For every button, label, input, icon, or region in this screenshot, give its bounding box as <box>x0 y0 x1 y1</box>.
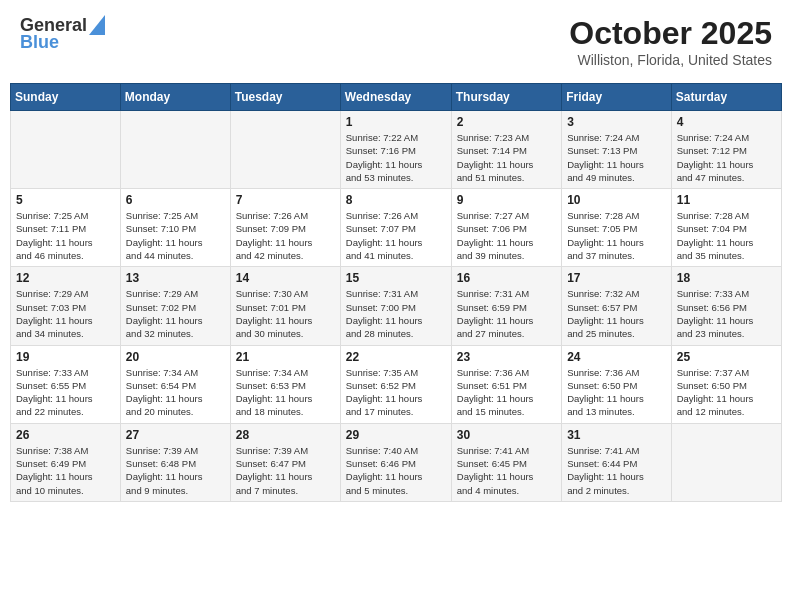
day-number: 16 <box>457 271 556 285</box>
day-info: Sunrise: 7:33 AM Sunset: 6:56 PM Dayligh… <box>677 287 776 340</box>
day-info: Sunrise: 7:22 AM Sunset: 7:16 PM Dayligh… <box>346 131 446 184</box>
day-number: 28 <box>236 428 335 442</box>
calendar-cell: 15Sunrise: 7:31 AM Sunset: 7:00 PM Dayli… <box>340 267 451 345</box>
title-area: October 2025 Williston, Florida, United … <box>569 15 772 68</box>
calendar-cell: 28Sunrise: 7:39 AM Sunset: 6:47 PM Dayli… <box>230 423 340 501</box>
calendar-cell: 26Sunrise: 7:38 AM Sunset: 6:49 PM Dayli… <box>11 423 121 501</box>
day-info: Sunrise: 7:35 AM Sunset: 6:52 PM Dayligh… <box>346 366 446 419</box>
day-info: Sunrise: 7:36 AM Sunset: 6:51 PM Dayligh… <box>457 366 556 419</box>
weekday-header-monday: Monday <box>120 84 230 111</box>
day-number: 20 <box>126 350 225 364</box>
calendar-cell: 5Sunrise: 7:25 AM Sunset: 7:11 PM Daylig… <box>11 189 121 267</box>
day-info: Sunrise: 7:28 AM Sunset: 7:04 PM Dayligh… <box>677 209 776 262</box>
calendar-cell <box>671 423 781 501</box>
day-info: Sunrise: 7:41 AM Sunset: 6:45 PM Dayligh… <box>457 444 556 497</box>
calendar-cell: 10Sunrise: 7:28 AM Sunset: 7:05 PM Dayli… <box>562 189 672 267</box>
calendar-cell: 19Sunrise: 7:33 AM Sunset: 6:55 PM Dayli… <box>11 345 121 423</box>
calendar-cell: 7Sunrise: 7:26 AM Sunset: 7:09 PM Daylig… <box>230 189 340 267</box>
day-number: 13 <box>126 271 225 285</box>
weekday-header-friday: Friday <box>562 84 672 111</box>
day-info: Sunrise: 7:24 AM Sunset: 7:12 PM Dayligh… <box>677 131 776 184</box>
calendar-cell: 21Sunrise: 7:34 AM Sunset: 6:53 PM Dayli… <box>230 345 340 423</box>
calendar-cell <box>120 111 230 189</box>
day-number: 9 <box>457 193 556 207</box>
day-info: Sunrise: 7:26 AM Sunset: 7:09 PM Dayligh… <box>236 209 335 262</box>
day-info: Sunrise: 7:39 AM Sunset: 6:47 PM Dayligh… <box>236 444 335 497</box>
day-number: 6 <box>126 193 225 207</box>
day-number: 7 <box>236 193 335 207</box>
day-info: Sunrise: 7:31 AM Sunset: 6:59 PM Dayligh… <box>457 287 556 340</box>
day-number: 10 <box>567 193 666 207</box>
calendar-cell: 17Sunrise: 7:32 AM Sunset: 6:57 PM Dayli… <box>562 267 672 345</box>
day-number: 8 <box>346 193 446 207</box>
day-info: Sunrise: 7:26 AM Sunset: 7:07 PM Dayligh… <box>346 209 446 262</box>
location-text: Williston, Florida, United States <box>569 52 772 68</box>
day-info: Sunrise: 7:28 AM Sunset: 7:05 PM Dayligh… <box>567 209 666 262</box>
calendar-cell: 16Sunrise: 7:31 AM Sunset: 6:59 PM Dayli… <box>451 267 561 345</box>
day-info: Sunrise: 7:24 AM Sunset: 7:13 PM Dayligh… <box>567 131 666 184</box>
calendar-week-row: 26Sunrise: 7:38 AM Sunset: 6:49 PM Dayli… <box>11 423 782 501</box>
calendar-week-row: 19Sunrise: 7:33 AM Sunset: 6:55 PM Dayli… <box>11 345 782 423</box>
logo: General Blue <box>20 15 105 53</box>
day-number: 30 <box>457 428 556 442</box>
calendar-cell: 2Sunrise: 7:23 AM Sunset: 7:14 PM Daylig… <box>451 111 561 189</box>
day-info: Sunrise: 7:40 AM Sunset: 6:46 PM Dayligh… <box>346 444 446 497</box>
day-info: Sunrise: 7:33 AM Sunset: 6:55 PM Dayligh… <box>16 366 115 419</box>
day-number: 18 <box>677 271 776 285</box>
calendar-cell: 22Sunrise: 7:35 AM Sunset: 6:52 PM Dayli… <box>340 345 451 423</box>
day-number: 1 <box>346 115 446 129</box>
day-info: Sunrise: 7:39 AM Sunset: 6:48 PM Dayligh… <box>126 444 225 497</box>
calendar-cell: 11Sunrise: 7:28 AM Sunset: 7:04 PM Dayli… <box>671 189 781 267</box>
calendar-cell: 18Sunrise: 7:33 AM Sunset: 6:56 PM Dayli… <box>671 267 781 345</box>
day-number: 19 <box>16 350 115 364</box>
day-number: 24 <box>567 350 666 364</box>
calendar-cell <box>11 111 121 189</box>
calendar-cell: 9Sunrise: 7:27 AM Sunset: 7:06 PM Daylig… <box>451 189 561 267</box>
weekday-header-sunday: Sunday <box>11 84 121 111</box>
weekday-header-row: SundayMondayTuesdayWednesdayThursdayFrid… <box>11 84 782 111</box>
day-number: 14 <box>236 271 335 285</box>
calendar-cell: 25Sunrise: 7:37 AM Sunset: 6:50 PM Dayli… <box>671 345 781 423</box>
day-number: 25 <box>677 350 776 364</box>
day-info: Sunrise: 7:34 AM Sunset: 6:53 PM Dayligh… <box>236 366 335 419</box>
calendar-cell: 1Sunrise: 7:22 AM Sunset: 7:16 PM Daylig… <box>340 111 451 189</box>
logo-triangle-icon <box>89 15 105 35</box>
weekday-header-tuesday: Tuesday <box>230 84 340 111</box>
calendar-cell: 31Sunrise: 7:41 AM Sunset: 6:44 PM Dayli… <box>562 423 672 501</box>
day-number: 29 <box>346 428 446 442</box>
calendar-cell: 13Sunrise: 7:29 AM Sunset: 7:02 PM Dayli… <box>120 267 230 345</box>
calendar-cell: 27Sunrise: 7:39 AM Sunset: 6:48 PM Dayli… <box>120 423 230 501</box>
day-number: 3 <box>567 115 666 129</box>
day-number: 22 <box>346 350 446 364</box>
day-info: Sunrise: 7:36 AM Sunset: 6:50 PM Dayligh… <box>567 366 666 419</box>
day-info: Sunrise: 7:38 AM Sunset: 6:49 PM Dayligh… <box>16 444 115 497</box>
calendar-cell: 3Sunrise: 7:24 AM Sunset: 7:13 PM Daylig… <box>562 111 672 189</box>
day-number: 5 <box>16 193 115 207</box>
day-number: 17 <box>567 271 666 285</box>
day-info: Sunrise: 7:32 AM Sunset: 6:57 PM Dayligh… <box>567 287 666 340</box>
calendar-cell: 23Sunrise: 7:36 AM Sunset: 6:51 PM Dayli… <box>451 345 561 423</box>
weekday-header-saturday: Saturday <box>671 84 781 111</box>
calendar-cell: 8Sunrise: 7:26 AM Sunset: 7:07 PM Daylig… <box>340 189 451 267</box>
page-header: General Blue October 2025 Williston, Flo… <box>10 10 782 73</box>
calendar-week-row: 5Sunrise: 7:25 AM Sunset: 7:11 PM Daylig… <box>11 189 782 267</box>
day-info: Sunrise: 7:23 AM Sunset: 7:14 PM Dayligh… <box>457 131 556 184</box>
calendar-cell: 24Sunrise: 7:36 AM Sunset: 6:50 PM Dayli… <box>562 345 672 423</box>
calendar-table: SundayMondayTuesdayWednesdayThursdayFrid… <box>10 83 782 502</box>
day-info: Sunrise: 7:37 AM Sunset: 6:50 PM Dayligh… <box>677 366 776 419</box>
calendar-cell: 12Sunrise: 7:29 AM Sunset: 7:03 PM Dayli… <box>11 267 121 345</box>
weekday-header-wednesday: Wednesday <box>340 84 451 111</box>
day-info: Sunrise: 7:25 AM Sunset: 7:10 PM Dayligh… <box>126 209 225 262</box>
day-number: 31 <box>567 428 666 442</box>
day-number: 27 <box>126 428 225 442</box>
calendar-cell: 6Sunrise: 7:25 AM Sunset: 7:10 PM Daylig… <box>120 189 230 267</box>
calendar-cell: 29Sunrise: 7:40 AM Sunset: 6:46 PM Dayli… <box>340 423 451 501</box>
day-info: Sunrise: 7:29 AM Sunset: 7:02 PM Dayligh… <box>126 287 225 340</box>
calendar-cell: 4Sunrise: 7:24 AM Sunset: 7:12 PM Daylig… <box>671 111 781 189</box>
day-info: Sunrise: 7:30 AM Sunset: 7:01 PM Dayligh… <box>236 287 335 340</box>
day-info: Sunrise: 7:41 AM Sunset: 6:44 PM Dayligh… <box>567 444 666 497</box>
day-number: 11 <box>677 193 776 207</box>
day-number: 21 <box>236 350 335 364</box>
day-number: 23 <box>457 350 556 364</box>
calendar-week-row: 1Sunrise: 7:22 AM Sunset: 7:16 PM Daylig… <box>11 111 782 189</box>
